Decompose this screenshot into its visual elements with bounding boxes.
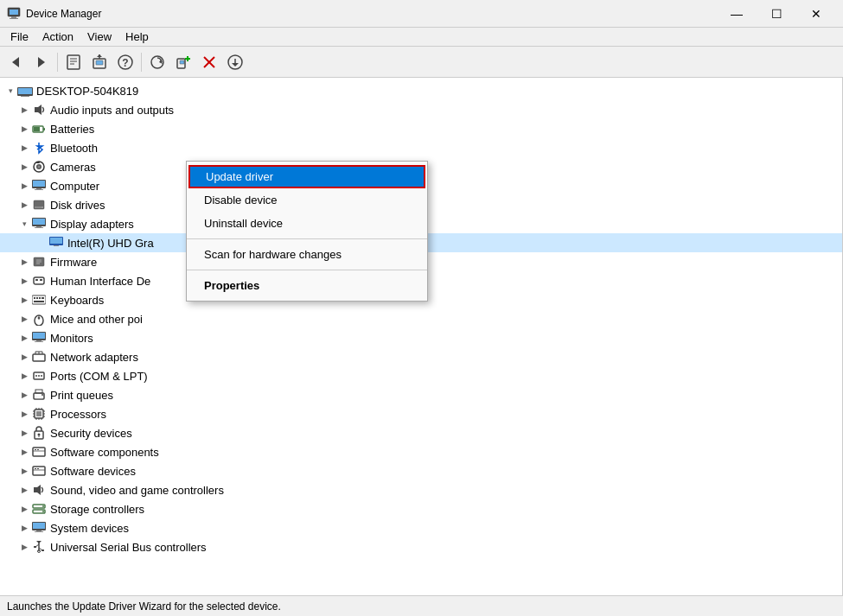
context-menu-properties[interactable]: Properties (187, 274, 427, 297)
security-label: Security devices (50, 427, 132, 440)
toolbar-back[interactable] (3, 50, 28, 74)
system-icon (31, 520, 47, 536)
tree-view[interactable]: ▾ DESKTOP-504K819 ▶ Audio inputs and (0, 78, 843, 595)
svg-point-45 (42, 206, 43, 208)
usb-label: Universal Serial Bus controllers (50, 541, 207, 554)
menu-help[interactable]: Help (118, 29, 156, 45)
software-comp-icon (31, 444, 47, 460)
status-text: Launches the Update Driver Wizard for th… (7, 600, 281, 613)
status-bar: Launches the Update Driver Wizard for th… (0, 595, 843, 616)
software-comp-label: Software components (50, 446, 159, 459)
tree-item-network[interactable]: ▶ Network adapters (0, 347, 842, 366)
toolbar-properties[interactable] (61, 50, 86, 74)
svg-marker-121 (36, 541, 42, 543)
menu-view[interactable]: View (80, 29, 118, 45)
context-menu-disable-device[interactable]: Disable device (187, 188, 427, 212)
hid-label: Human Interface De (50, 275, 150, 288)
batteries-label: Batteries (50, 123, 94, 136)
tree-item-system[interactable]: ▶ System devices (0, 518, 842, 537)
audio-icon (31, 102, 47, 117)
svg-rect-71 (36, 340, 42, 341)
audio-label: Audio inputs and outputs (50, 104, 174, 117)
toolbar-scan[interactable] (145, 50, 169, 74)
toolbar-help[interactable]: ? (113, 50, 137, 74)
bluetooth-label: Bluetooth (50, 142, 98, 155)
batteries-expand-icon: ▶ (17, 122, 31, 136)
toolbar-forward[interactable] (29, 50, 54, 74)
tree-root[interactable]: ▾ DESKTOP-504K819 (0, 81, 842, 100)
sound-icon (31, 482, 47, 498)
context-menu-scan[interactable]: Scan for hardware changes (187, 243, 427, 266)
tree-item-bluetooth[interactable]: ▶ Bluetooth (0, 138, 842, 157)
toolbar-update[interactable] (87, 50, 112, 74)
svg-rect-65 (34, 301, 44, 302)
minimize-button[interactable]: — (717, 0, 757, 28)
tree-item-ports[interactable]: ▶ Ports (COM & LPT) (0, 366, 842, 385)
context-menu-update-driver[interactable]: Update driver (188, 165, 425, 188)
root-label: DESKTOP-504K819 (36, 85, 138, 98)
tree-item-audio[interactable]: ▶ Audio inputs and outputs (0, 100, 842, 119)
svg-rect-1 (10, 10, 18, 15)
disk-label: Disk drives (50, 199, 105, 212)
disk-icon (31, 197, 47, 213)
system-label: System devices (50, 522, 129, 535)
tree-item-monitors[interactable]: ▶ Monitors (0, 328, 842, 347)
tree-item-usb[interactable]: ▶ Universal Serial Bus controllers (0, 537, 842, 556)
title-bar: Device Manager — ☐ ✕ (0, 0, 843, 28)
intel-icon (48, 235, 64, 251)
svg-rect-64 (42, 297, 44, 299)
svg-rect-52 (54, 245, 59, 246)
svg-rect-6 (67, 55, 80, 69)
tree-item-mice[interactable]: ▶ Mice and other poi (0, 309, 842, 328)
toolbar-install[interactable] (223, 50, 247, 74)
bluetooth-expand-icon: ▶ (17, 141, 31, 155)
sound-expand-icon: ▶ (17, 483, 31, 497)
intel-label: Intel(R) UHD Gra (67, 237, 154, 250)
maximize-button[interactable]: ☐ (757, 0, 796, 28)
svg-rect-3 (10, 18, 18, 19)
tree-item-software-comp[interactable]: ▶ Software components (0, 442, 842, 461)
window-title: Device Manager (26, 8, 717, 20)
svg-rect-124 (34, 546, 36, 548)
mice-expand-icon: ▶ (17, 312, 31, 326)
sound-label: Sound, video and game controllers (50, 484, 224, 497)
svg-marker-111 (34, 485, 41, 495)
svg-rect-70 (33, 333, 45, 339)
tree-item-batteries[interactable]: ▶ Batteries (0, 119, 842, 138)
toolbar-add[interactable] (171, 50, 195, 74)
tree-item-security[interactable]: ▶ Security devices (0, 423, 842, 442)
svg-rect-106 (37, 449, 39, 450)
svg-text:?: ? (122, 57, 128, 69)
processors-icon (31, 406, 47, 422)
svg-rect-51 (50, 238, 62, 244)
svg-rect-103 (33, 448, 45, 456)
display-icon (31, 216, 47, 232)
svg-rect-34 (34, 127, 40, 131)
tree-item-sound[interactable]: ▶ Sound, video and game controllers (0, 480, 842, 499)
menu-action[interactable]: Action (35, 29, 80, 45)
svg-rect-60 (32, 295, 46, 304)
context-menu-uninstall-device[interactable]: Uninstall device (187, 212, 427, 235)
tree-item-software-dev[interactable]: ▶ Software devices (0, 461, 842, 480)
storage-label: Storage controllers (50, 503, 144, 516)
software-dev-icon (31, 463, 47, 479)
menu-file[interactable]: File (3, 29, 35, 45)
storage-expand-icon: ▶ (17, 502, 31, 516)
context-menu-sep-2 (187, 270, 427, 270)
print-expand-icon: ▶ (17, 388, 31, 402)
svg-rect-48 (36, 226, 42, 227)
hid-expand-icon: ▶ (17, 274, 31, 288)
svg-rect-30 (21, 96, 29, 97)
svg-rect-63 (39, 297, 41, 299)
svg-rect-41 (36, 188, 42, 189)
root-icon (17, 83, 33, 98)
network-label: Network adapters (50, 351, 138, 364)
tree-item-storage[interactable]: ▶ Storage controllers (0, 499, 842, 518)
tree-item-print[interactable]: ▶ Print queues (0, 385, 842, 404)
network-expand-icon: ▶ (17, 350, 31, 364)
usb-icon (31, 539, 47, 555)
tree-item-processors[interactable]: ▶ Proces (0, 404, 842, 423)
batteries-icon (31, 121, 47, 137)
toolbar-uninstall[interactable] (197, 50, 221, 74)
close-button[interactable]: ✕ (796, 0, 836, 28)
